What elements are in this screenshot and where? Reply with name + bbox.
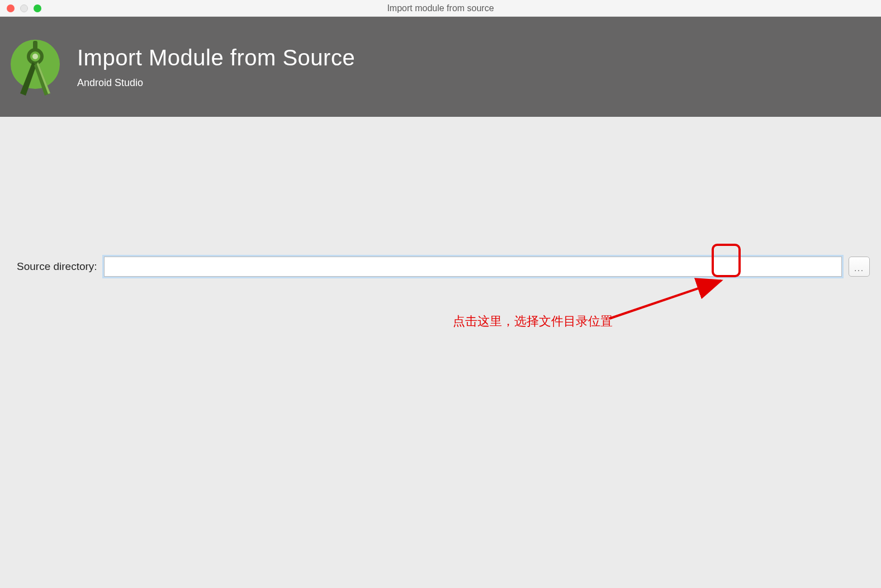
- svg-line-5: [609, 281, 721, 319]
- maximize-window-button[interactable]: [34, 4, 41, 12]
- dialog-content: Source directory: ...: [0, 117, 881, 277]
- browse-button[interactable]: ...: [849, 257, 870, 277]
- source-directory-input[interactable]: [104, 257, 842, 277]
- source-directory-row: Source directory: ...: [17, 257, 870, 277]
- close-window-button[interactable]: [7, 4, 15, 12]
- android-studio-icon: [10, 36, 60, 98]
- minimize-window-button[interactable]: [20, 4, 28, 12]
- window-controls: [0, 4, 41, 12]
- window-title: Import module from source: [387, 3, 494, 13]
- dialog-title: Import Module from Source: [77, 45, 355, 70]
- window-titlebar: Import module from source: [0, 0, 881, 17]
- source-directory-label: Source directory:: [17, 260, 97, 273]
- annotation-arrow: [604, 274, 732, 324]
- ellipsis-icon: ...: [854, 264, 864, 273]
- annotation-text: 点击这里，选择文件目录位置: [453, 313, 613, 330]
- dialog-subtitle: Android Studio: [77, 77, 355, 89]
- dialog-header: Import Module from Source Android Studio: [0, 17, 881, 117]
- svg-point-3: [32, 54, 38, 59]
